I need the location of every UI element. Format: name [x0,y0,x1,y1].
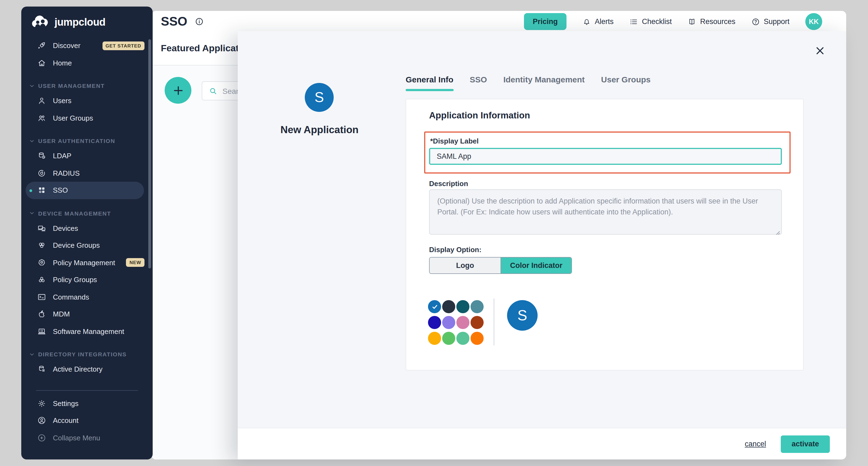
header-actions: Pricing AlertsChecklistResourcesSupport [524,13,789,30]
chevron-down-icon [29,83,35,89]
color-swatch[interactable] [428,316,441,329]
add-application-button[interactable] [165,77,191,104]
jumpcloud-logo[interactable]: jumpcloud [21,6,153,29]
sidebar-item-account[interactable]: Account [21,412,153,429]
header-action-alerts[interactable]: Alerts [582,17,614,26]
chevron-down-icon [29,351,35,357]
display-label-highlight: *Display Label [424,132,790,174]
sidebar-item-label: Software Management [53,327,124,336]
sidebar: jumpcloud DiscoverGET STARTEDHomeUSER MA… [21,6,153,460]
display-option-label: Display Option: [429,245,482,254]
tab-user-groups[interactable]: User Groups [601,75,651,91]
database-windows-icon [37,365,46,374]
card-heading: Application Information [429,110,530,121]
user-group-icon [37,114,46,123]
sidebar-section-directory-integrations[interactable]: DIRECTORY INTEGRATIONS [21,348,153,361]
sidebar-item-label: MDM [53,310,70,318]
sidebar-item-active-directory[interactable]: Active Directory [21,361,153,378]
sidebar-item-label: SSO [53,186,68,195]
color-swatch[interactable] [470,316,484,329]
sidebar-item-ldap[interactable]: LDAP [21,147,153,165]
badge-new: NEW [126,258,145,267]
badge-get-started: GET STARTED [102,41,145,50]
check-icon [431,303,438,310]
new-application-modal: S New Application General InfoSSOIdentit… [238,31,846,460]
sidebar-item-software-management[interactable]: Software Management [21,323,153,340]
header-action-support[interactable]: Support [751,17,789,26]
logo-option-button[interactable]: Logo [430,258,500,273]
sidebar-section-user-authentication[interactable]: USER AUTHENTICATION [21,134,153,147]
user-icon [37,96,46,106]
sidebar-item-devices[interactable]: Devices [21,220,153,237]
collapse-arrow-icon [37,433,46,442]
home-icon [37,58,46,68]
radius-dial-icon [37,169,46,178]
sidebar-item-commands[interactable]: Commands [21,288,153,305]
devices-icon [37,224,46,233]
tab-identity-management[interactable]: Identity Management [503,75,585,91]
sidebar-section-device-management[interactable]: DEVICE MANAGEMENT [21,207,153,220]
info-icon[interactable] [194,17,204,26]
cancel-link[interactable]: cancel [745,440,766,448]
window-header: SSO Pricing AlertsChecklistResourcesSupp… [152,11,846,32]
sidebar-item-radius[interactable]: RADIUS [21,165,153,182]
color-swatch[interactable] [456,316,469,329]
chevron-down-icon [29,138,35,144]
activate-button[interactable]: activate [781,435,830,453]
sidebar-nav: DiscoverGET STARTEDHomeUSER MANAGEMENTUs… [21,37,153,378]
sidebar-item-label: Devices [53,224,78,232]
pricing-button[interactable]: Pricing [524,13,566,30]
database-clock-icon [37,151,46,161]
sidebar-item-device-groups[interactable]: Device Groups [21,237,153,254]
sidebar-item-user-groups[interactable]: User Groups [21,109,153,126]
book-icon [687,17,696,26]
checklist-icon [629,17,638,26]
sidebar-item-label: Commands [53,293,89,301]
sidebar-item-users[interactable]: Users [21,92,153,109]
sidebar-item-sso[interactable]: SSO [26,182,144,199]
tab-general-info[interactable]: General Info [406,75,453,91]
header-action-label: Support [764,18,789,26]
sidebar-item-settings[interactable]: Settings [21,395,153,412]
color-swatch-selected[interactable] [428,300,441,313]
modal-footer: cancel activate [238,428,846,460]
color-swatch[interactable] [442,332,455,345]
color-swatch[interactable] [470,300,484,313]
color-swatch[interactable] [456,300,469,313]
sidebar-item-policy-groups[interactable]: Policy Groups [21,271,153,288]
sidebar-section-user-management[interactable]: USER MANAGEMENT [21,79,153,92]
header-action-label: Alerts [595,18,614,26]
color-swatch[interactable] [428,332,441,345]
policy-group-icon [37,275,46,285]
section-title: USER MANAGEMENT [38,82,105,89]
section-title: DEVICE MANAGEMENT [38,210,111,216]
sidebar-item-label: Home [53,59,72,67]
tab-sso[interactable]: SSO [470,75,487,91]
close-icon[interactable] [814,45,826,58]
user-avatar[interactable]: KK [805,13,822,30]
sidebar-scrollbar-thumb[interactable] [148,39,151,268]
sidebar-item-mdm[interactable]: MDM [21,305,153,323]
app-root: SSO Pricing AlertsChecklistResourcesSupp… [0,0,868,466]
color-swatch[interactable] [470,332,484,345]
color-swatch[interactable] [442,316,455,329]
sidebar-item-collapse-menu[interactable]: Collapse Menu [21,429,153,446]
sidebar-footer: SettingsAccountCollapse Menu [21,390,153,446]
display-label-input[interactable] [429,148,782,165]
description-textarea[interactable] [429,190,782,235]
sidebar-item-policy-management[interactable]: Policy ManagementNEW [21,254,153,271]
policy-badge-icon [37,258,46,267]
modal-tabs: General InfoSSOIdentity ManagementUser G… [406,75,651,91]
sidebar-item-discover[interactable]: DiscoverGET STARTED [21,37,153,54]
gear-icon [37,399,46,408]
sidebar-item-home[interactable]: Home [21,54,153,71]
color-swatch[interactable] [442,300,455,313]
display-label-label: *Display Label [430,137,479,145]
header-action-checklist[interactable]: Checklist [629,17,672,26]
color-swatch[interactable] [456,332,469,345]
color-indicator-option-button[interactable]: Color Indicator [500,258,571,273]
application-info-card: Application Information *Display Label D… [406,99,804,371]
header-action-resources[interactable]: Resources [687,17,735,26]
sidebar-item-label: RADIUS [53,169,80,177]
sidebar-item-label: Device Groups [53,241,100,250]
